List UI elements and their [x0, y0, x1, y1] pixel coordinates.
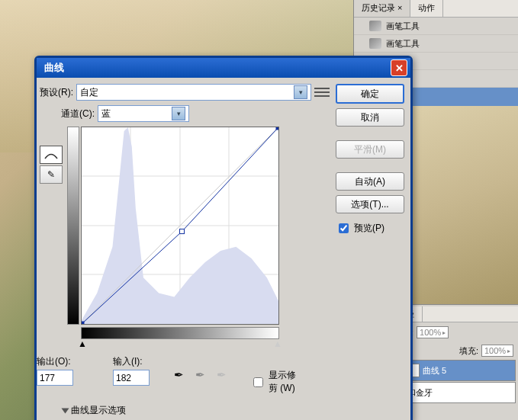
- disclosure-triangle-icon: [62, 408, 69, 413]
- show-clipping-label: 显示修剪 (W): [269, 369, 296, 395]
- curves-dialog: 曲线 ✕ 预设(R): 自定▾ 通道(C): 蓝▾ ✎: [34, 56, 413, 420]
- output-label: 输出(O):: [37, 355, 73, 368]
- svg-rect-9: [276, 127, 279, 130]
- tab-history[interactable]: 历史记录 ×: [354, 0, 410, 17]
- gray-eyedropper-icon[interactable]: ✒: [191, 367, 208, 383]
- brush-icon: [369, 21, 381, 31]
- black-point-slider[interactable]: ▲: [78, 338, 87, 349]
- output-gradient: [67, 127, 79, 325]
- history-item[interactable]: 画笔工具: [354, 35, 518, 53]
- chevron-down-icon: ▾: [172, 107, 185, 120]
- tab-actions[interactable]: 动作: [410, 0, 443, 17]
- cancel-button[interactable]: 取消: [336, 108, 404, 127]
- curve-pencil-tool[interactable]: ✎: [40, 165, 63, 184]
- show-clipping-checkbox[interactable]: [253, 377, 263, 387]
- preset-menu-icon[interactable]: [314, 87, 330, 98]
- svg-rect-7: [81, 322, 84, 325]
- brush-icon: [369, 38, 381, 49]
- input-gradient: [81, 327, 279, 339]
- preset-label: 预设(R):: [40, 86, 73, 99]
- ok-button[interactable]: 确定: [336, 84, 404, 104]
- dialog-title: 曲线: [44, 61, 64, 75]
- input-label: 输入(I):: [113, 355, 150, 368]
- svg-rect-8: [180, 229, 185, 234]
- fill-label: 填充:: [459, 345, 478, 357]
- input-field-group: 输入(I):: [113, 355, 150, 386]
- history-item[interactable]: 画笔工具: [354, 18, 518, 35]
- output-field-group: 输出(O):: [37, 355, 73, 386]
- fill-input[interactable]: 100%▸: [481, 345, 513, 357]
- chevron-down-icon: ▾: [294, 85, 307, 99]
- preview-label: 预览(P): [354, 222, 384, 235]
- black-eyedropper-icon[interactable]: ✒: [170, 367, 187, 383]
- white-point-slider[interactable]: ▲: [273, 338, 282, 349]
- options-button[interactable]: 选项(T)...: [336, 195, 404, 213]
- output-input[interactable]: [37, 370, 73, 386]
- channel-select[interactable]: 蓝▾: [98, 105, 189, 122]
- opacity-input[interactable]: 100%▸: [417, 326, 449, 338]
- dialog-titlebar[interactable]: 曲线 ✕: [37, 58, 410, 78]
- white-eyedropper-icon[interactable]: ✒: [213, 367, 230, 383]
- auto-button[interactable]: 自动(A): [336, 172, 404, 191]
- close-icon[interactable]: ✕: [391, 59, 407, 76]
- channel-label: 通道(C):: [61, 107, 95, 120]
- input-input[interactable]: [113, 370, 150, 386]
- preview-checkbox[interactable]: [339, 223, 349, 233]
- curves-graph[interactable]: [81, 127, 279, 325]
- curve-point-tool[interactable]: [40, 146, 63, 164]
- smooth-button: 平滑(M): [336, 140, 404, 159]
- curve-display-options[interactable]: 曲线显示选项: [63, 404, 330, 417]
- preset-select[interactable]: 自定▾: [76, 84, 311, 101]
